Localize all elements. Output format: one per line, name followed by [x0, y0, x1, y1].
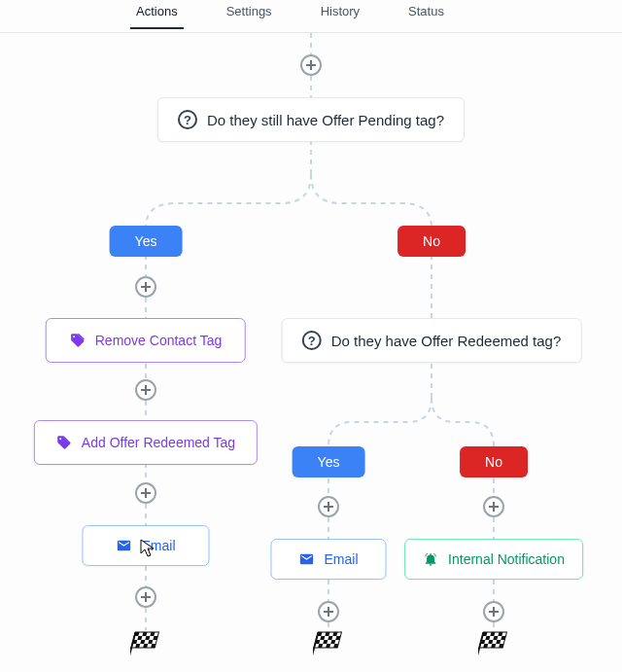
tab-history[interactable]: History [321, 4, 360, 28]
action-add-offer-redeemed-tag[interactable]: Add Offer Redeemed Tag [34, 420, 258, 465]
mail-icon [298, 551, 314, 567]
action-label: Internal Notification [448, 551, 565, 567]
condition-label: Do they still have Offer Pending tag? [207, 112, 444, 128]
mail-icon [116, 538, 131, 553]
add-step-button[interactable] [135, 586, 156, 608]
add-step-button[interactable] [135, 379, 156, 401]
condition-offer-pending[interactable]: ? Do they still have Offer Pending tag? [157, 97, 465, 142]
tag-icon [56, 435, 72, 450]
action-remove-contact-tag[interactable]: Remove Contact Tag [46, 318, 246, 363]
tab-settings[interactable]: Settings [226, 4, 272, 28]
finish-icon [130, 630, 161, 661]
branch-yes[interactable]: Yes [110, 226, 183, 257]
condition-offer-redeemed[interactable]: ? Do they have Offer Redeemed tag? [282, 318, 582, 363]
branch-no[interactable]: No [397, 226, 466, 257]
add-step-button[interactable] [135, 276, 156, 298]
condition-label: Do they have Offer Redeemed tag? [331, 333, 562, 349]
add-step-button[interactable] [318, 601, 339, 622]
tag-icon [70, 333, 86, 348]
branch-yes[interactable]: Yes [293, 446, 365, 477]
finish-icon [313, 630, 344, 661]
action-label: Add Offer Redeemed Tag [82, 435, 235, 450]
workflow-canvas[interactable]: ? Do they still have Offer Pending tag? … [0, 33, 622, 672]
bell-icon [423, 551, 438, 567]
action-email[interactable]: Email [82, 525, 209, 566]
question-icon: ? [302, 331, 322, 350]
tab-status[interactable]: Status [408, 4, 444, 28]
tab-bar: Actions Settings History Status [0, 0, 622, 33]
action-label: Email [324, 551, 358, 567]
question-icon: ? [178, 110, 197, 129]
finish-icon [478, 630, 509, 661]
add-step-button[interactable] [483, 496, 504, 517]
branch-no[interactable]: No [460, 446, 528, 477]
action-email[interactable]: Email [270, 539, 386, 580]
add-step-button[interactable] [135, 482, 156, 504]
tab-actions[interactable]: Actions [136, 4, 178, 28]
action-label: Email [141, 538, 175, 553]
action-internal-notification[interactable]: Internal Notification [404, 539, 583, 580]
action-label: Remove Contact Tag [95, 333, 222, 348]
add-step-button[interactable] [483, 601, 504, 622]
add-step-button[interactable] [318, 496, 339, 517]
add-step-button[interactable] [300, 54, 322, 76]
